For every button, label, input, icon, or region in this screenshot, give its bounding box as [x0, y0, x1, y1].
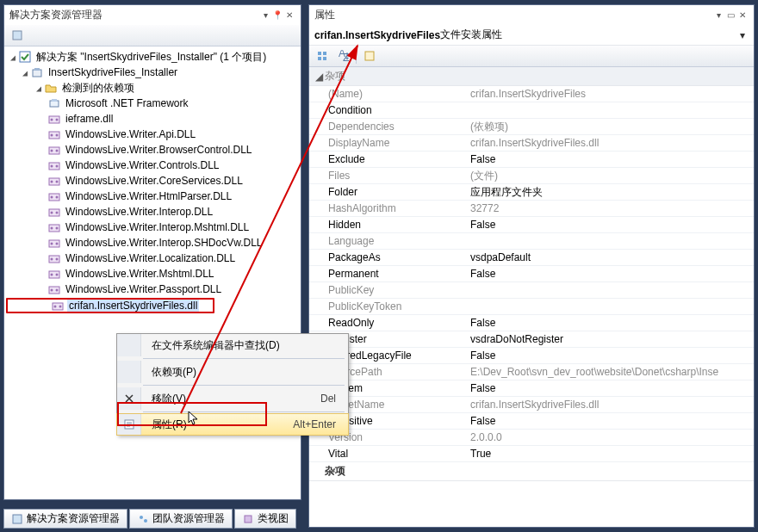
categorized-icon[interactable] — [313, 47, 332, 65]
prop-row[interactable]: (Name)crifan.InsertSkydriveFiles — [309, 86, 754, 102]
tab-team-explorer[interactable]: 团队资源管理器 — [129, 509, 233, 529]
solution-explorer-titlebar[interactable]: 解决方案资源管理器 ▾ 📍 ✕ — [4, 5, 301, 25]
prop-row[interactable]: SystemFalse — [309, 380, 754, 397]
prop-row[interactable]: DisplayNamecrifan.InsertSkydriveFiles.dl… — [309, 135, 754, 152]
prop-value[interactable]: crifan.InsertSkydriveFiles.dll — [467, 399, 754, 411]
prop-value[interactable]: False — [467, 268, 754, 280]
svg-point-26 — [56, 212, 59, 214]
close-icon[interactable]: ✕ — [736, 9, 749, 22]
svg-rect-3 — [34, 68, 40, 71]
dll-icon — [47, 127, 61, 141]
tab-solution-explorer[interactable]: 解决方案资源管理器 — [3, 509, 127, 529]
delete-icon — [117, 387, 141, 410]
alphabetical-icon[interactable]: AZ — [333, 47, 352, 65]
prop-value[interactable]: False — [467, 382, 754, 394]
prop-value[interactable]: False — [467, 317, 754, 329]
prop-value[interactable]: (依赖项) — [467, 120, 754, 134]
window-pos-icon[interactable]: ▭ — [724, 9, 736, 22]
dependency-item[interactable]: WindowsLive.Writer.HtmlParser.DLL — [4, 189, 301, 204]
prop-row[interactable]: Files(文件) — [309, 168, 754, 184]
prop-row[interactable]: HiddenFalse — [309, 217, 754, 233]
dependency-item[interactable]: Microsoft .NET Framework — [4, 96, 301, 111]
expander-icon[interactable]: ◢ — [8, 53, 18, 62]
pin-icon[interactable]: 📍 — [271, 9, 283, 22]
prop-category[interactable]: ◢ 杂项 — [309, 67, 754, 86]
prop-value[interactable]: (文件) — [467, 169, 754, 183]
chevron-down-icon[interactable]: ▾ — [736, 29, 749, 41]
solution-icon — [18, 50, 32, 64]
prop-value[interactable]: 2.0.0.0 — [467, 431, 754, 443]
dependency-item[interactable]: WindowsLive.Writer.Controls.DLL — [4, 158, 301, 173]
properties-object-selector[interactable]: crifan.InsertSkydriveFiles 文件安装属性 ▾ — [309, 25, 754, 46]
prop-row[interactable]: HashAlgorithm32772 — [309, 201, 754, 217]
svg-point-23 — [56, 196, 59, 199]
properties-grid[interactable]: ◢ 杂项 (Name)crifan.InsertSkydriveFilesCon… — [309, 67, 754, 527]
dependency-item[interactable]: WindowsLive.Writer.Mshtml.DLL — [4, 266, 301, 281]
ctx-dependencies[interactable]: 依赖项(P) — [117, 361, 348, 383]
prop-row[interactable]: Condition — [309, 102, 754, 119]
expander-icon[interactable]: ◢ — [34, 84, 44, 93]
prop-row[interactable]: SourcePathE:\Dev_Root\svn_dev_root\websi… — [309, 364, 754, 380]
prop-row[interactable]: ExcludeFalse — [309, 152, 754, 168]
prop-row[interactable]: RegistervsdraDoNotRegister — [309, 331, 754, 348]
dependency-item[interactable]: ieframe.dll — [4, 111, 301, 127]
prop-row[interactable]: SharedLegacyFileFalse — [309, 348, 754, 364]
prop-row[interactable]: PackageAsvsdpaDefault — [309, 250, 754, 266]
dependency-item[interactable]: WindowsLive.Writer.Interop.SHDocVw.DLL — [4, 235, 301, 251]
ctx-find-in-editor[interactable]: 在文件系统编辑器中查找(D) — [117, 334, 348, 356]
dependencies-folder[interactable]: ◢ 检测到的依赖项 — [4, 80, 301, 96]
prop-value[interactable]: crifan.InsertSkydriveFiles — [467, 88, 754, 100]
ctx-remove[interactable]: 移除(V) Del — [117, 387, 348, 410]
svg-rect-47 — [318, 57, 321, 60]
prop-value[interactable]: 应用程序文件夹 — [467, 185, 754, 200]
ctx-properties[interactable]: 属性(R) Alt+Enter — [116, 413, 349, 436]
prop-value[interactable]: False — [467, 153, 754, 165]
dependency-item[interactable]: WindowsLive.Writer.Api.DLL — [4, 127, 301, 142]
prop-row[interactable]: ReadOnlyFalse — [309, 315, 754, 331]
prop-row[interactable]: PublicKeyToken — [309, 299, 754, 315]
prop-value[interactable]: crifan.InsertSkydriveFiles.dll — [467, 137, 754, 149]
dropdown-icon[interactable]: ▾ — [259, 9, 271, 22]
expander-icon[interactable]: ◢ — [20, 68, 30, 77]
selected-dependency-item[interactable]: crifan.InsertSkydriveFiles.dll — [6, 298, 214, 313]
ctx-label: 依赖项(P) — [141, 365, 341, 380]
svg-point-10 — [51, 134, 53, 137]
solution-root[interactable]: ◢ 解决方案 "InsertSkydriveFiles_Installer" (… — [4, 49, 301, 65]
prop-row[interactable]: PublicKey — [309, 282, 754, 299]
prop-value[interactable]: True — [467, 448, 754, 460]
expander-icon[interactable]: ◢ — [313, 71, 325, 83]
dropdown-icon[interactable]: ▾ — [712, 9, 724, 22]
tab-class-view[interactable]: 类视图 — [234, 509, 296, 529]
tree-label: Microsoft .NET Framework — [64, 97, 190, 109]
dependency-item[interactable]: WindowsLive.Writer.Interop.Mshtml.DLL — [4, 220, 301, 235]
properties-page-icon[interactable] — [8, 27, 27, 44]
project-node[interactable]: ◢ InsertSkydriveFiles_Installer — [4, 65, 301, 80]
prop-value[interactable]: False — [467, 415, 754, 427]
prop-value[interactable]: vsdpaDefault — [467, 251, 754, 263]
prop-value[interactable]: False — [467, 350, 754, 362]
prop-row[interactable]: Language — [309, 233, 754, 250]
tree-label: InsertSkydriveFiles_Installer — [47, 66, 179, 78]
dependency-item[interactable]: WindowsLive.Writer.CoreServices.DLL — [4, 173, 301, 189]
dependency-item[interactable]: WindowsLive.Writer.Passport.DLL — [4, 281, 301, 297]
dependency-item[interactable]: WindowsLive.Writer.Localization.DLL — [4, 251, 301, 266]
dependency-item[interactable]: WindowsLive.Writer.BrowserControl.DLL — [4, 142, 301, 158]
prop-row[interactable]: Dependencies(依赖项) — [309, 119, 754, 135]
prop-row[interactable]: Folder应用程序文件夹 — [309, 184, 754, 201]
dependency-item[interactable]: WindowsLive.Writer.Interop.DLL — [4, 204, 301, 220]
prop-row[interactable]: TransitiveFalse — [309, 413, 754, 430]
tree-label: WindowsLive.Writer.Controls.DLL — [64, 159, 221, 171]
close-icon[interactable]: ✕ — [283, 9, 295, 22]
prop-row[interactable]: VitalTrue — [309, 446, 754, 462]
prop-row[interactable]: Version2.0.0.0 — [309, 430, 754, 446]
prop-value[interactable]: False — [467, 219, 754, 231]
properties-titlebar[interactable]: 属性 ▾ ▭ ✕ — [309, 5, 754, 25]
prop-row[interactable]: PermanentFalse — [309, 266, 754, 282]
prop-value[interactable]: vsdraDoNotRegister — [467, 333, 754, 345]
svg-point-20 — [56, 181, 59, 183]
property-pages-icon[interactable] — [360, 47, 379, 65]
prop-value[interactable]: E:\Dev_Root\svn_dev_root\website\Donet\c… — [467, 366, 754, 378]
svg-point-13 — [51, 150, 53, 152]
prop-row[interactable]: TargetNamecrifan.InsertSkydriveFiles.dll — [309, 397, 754, 413]
prop-value[interactable]: 32772 — [467, 202, 754, 214]
